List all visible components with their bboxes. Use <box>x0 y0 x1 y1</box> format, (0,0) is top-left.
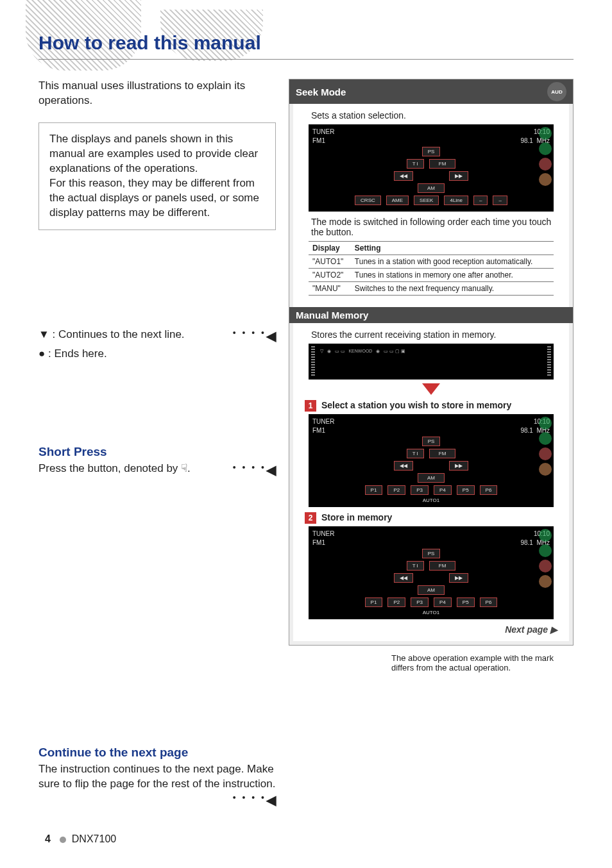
screen-band: FM1 <box>312 137 325 144</box>
legend-end-symbol: ● : <box>38 347 54 360</box>
am-button[interactable]: AM <box>418 183 445 193</box>
callout-dots: • • • • <box>233 792 266 804</box>
table-cell: "AUTO1" <box>309 255 351 269</box>
bottom-button[interactable]: 4Line <box>444 196 468 205</box>
preset-button[interactable]: P3 <box>411 485 429 495</box>
screen-title: TUNER <box>312 418 334 425</box>
preset-button[interactable]: P3 <box>411 597 429 607</box>
legend-end-text: Ends here. <box>54 347 106 360</box>
table-header: Setting <box>351 242 554 255</box>
preset-button[interactable]: P4 <box>434 597 452 607</box>
step-text: Store in memory <box>321 512 392 522</box>
hand-pointer-icon: ☟ <box>181 462 187 476</box>
screen-freq: 98.1 <box>520 427 532 434</box>
table-cell: Tunes in stations in memory one after an… <box>351 269 554 282</box>
callout-arrow-icon: ◀ <box>266 326 276 346</box>
ps-button[interactable]: PS <box>422 549 441 558</box>
step-text: Select a station you wish to store in me… <box>321 400 511 410</box>
preset-button[interactable]: P6 <box>480 597 498 607</box>
ti-button[interactable]: T I <box>407 449 424 458</box>
page-number: 4 <box>45 833 51 844</box>
bottom-button[interactable]: – <box>473 196 488 205</box>
bottom-button[interactable]: SEEK <box>414 196 439 205</box>
ps-button[interactable]: PS <box>422 147 441 156</box>
bottom-button[interactable]: AME <box>386 196 409 205</box>
bottom-button[interactable]: – <box>493 196 507 205</box>
prev-button[interactable]: ◀◀ <box>394 573 413 583</box>
manual-memory-header: Manual Memory <box>289 307 573 323</box>
callout-dots: • • • • <box>233 326 266 340</box>
table-row: "AUTO2" Tunes in stations in memory one … <box>309 269 554 282</box>
page-title: How to read this manual <box>38 32 574 60</box>
legend-continue-text: Continues to the next line. <box>58 328 185 340</box>
short-press-body-before: Press the button, denoted by <box>38 462 181 474</box>
bottom-button[interactable]: CRSC <box>355 196 381 205</box>
manual-memory-sub: Stores the current receiving station in … <box>311 330 559 340</box>
step-1: 1 Select a station you wish to store in … <box>305 400 565 412</box>
seek-mode-header: Seek Mode AUD <box>289 79 573 104</box>
continue-heading: Continue to the next page <box>38 746 276 760</box>
page-footer: 4 DNX7100 <box>45 833 116 845</box>
next-page-link[interactable]: Next page ▶ <box>297 624 565 635</box>
callout-dots: • • • • <box>233 462 266 474</box>
aud-badge-icon: AUD <box>547 82 566 101</box>
preset-button[interactable]: P2 <box>387 485 405 495</box>
fm-button[interactable]: FM <box>429 449 456 458</box>
screen-band: FM1 <box>312 427 325 434</box>
step-number: 1 <box>305 400 316 412</box>
intro-text: This manual uses illustrations to explai… <box>38 79 276 108</box>
preset-button[interactable]: P6 <box>480 485 498 495</box>
ps-button[interactable]: PS <box>422 437 441 446</box>
prev-button[interactable]: ◀◀ <box>394 461 413 471</box>
screen-freq: 98.1 <box>520 539 532 546</box>
screen-title: TUNER <box>312 128 334 135</box>
preset-button[interactable]: P5 <box>457 485 475 495</box>
screen-title: TUNER <box>312 530 334 537</box>
table-row: "AUTO1" Tunes in a station with good rec… <box>309 255 554 269</box>
callout-arrow-icon: ◀ <box>266 792 276 809</box>
note-box: The displays and panels shown in this ma… <box>38 122 276 230</box>
fm-button[interactable]: FM <box>429 561 456 571</box>
preset-button[interactable]: P5 <box>457 597 475 607</box>
ti-button[interactable]: T I <box>407 159 424 169</box>
auto-label: AUTO1 <box>312 610 550 615</box>
preset-button[interactable]: P4 <box>434 485 452 495</box>
fm-button[interactable]: FM <box>429 159 456 169</box>
screen-freq: 98.1 <box>520 137 532 144</box>
seek-table: Display Setting "AUTO1" Tunes in a stati… <box>309 241 554 296</box>
next-button[interactable]: ▶▶ <box>449 171 468 181</box>
short-press-body-after: . <box>187 462 191 474</box>
preset-button[interactable]: P2 <box>387 597 405 607</box>
auto-label: AUTO1 <box>312 497 550 503</box>
legend-block: ▼ : Continues to the next line. ◀• • • •… <box>38 326 276 362</box>
device-strip: ▽ ◉ ▭ ▭ KENWOOD ◉ ▭ ▭ ▢ ▣ <box>309 344 554 380</box>
sample-panel: Seek Mode AUD Sets a station selection. … <box>289 79 574 646</box>
table-row: "MANU" Switches to the next frequency ma… <box>309 282 554 296</box>
legend-continue-symbol: ▼ : <box>38 328 58 340</box>
preset-button[interactable]: P1 <box>365 485 383 495</box>
table-cell: Tunes in a station with good reception a… <box>351 255 554 269</box>
tuner-screen: TUNER 10:10 FM1 98.1 MHz PS T I FM ◀◀ <box>309 124 554 212</box>
seek-after-text: The mode is switched in following order … <box>311 217 559 237</box>
model-name: DNX7100 <box>72 833 116 844</box>
table-cell: "MANU" <box>309 282 351 296</box>
step-number: 2 <box>305 512 316 524</box>
table-cell: "AUTO2" <box>309 269 351 282</box>
short-press-block: Short Press Press the button, denoted by… <box>38 445 276 476</box>
table-cell: Switches to the next frequency manually. <box>351 282 554 296</box>
ti-button[interactable]: T I <box>407 561 424 571</box>
screen-band: FM1 <box>312 539 325 546</box>
step-2: 2 Store in memory <box>305 512 565 524</box>
table-header: Display <box>309 242 351 255</box>
note-text: The displays and panels shown in this ma… <box>49 133 259 219</box>
tuner-screen-step2: TUNER 10:10 FM1 98.1 MHz PS T I FM ◀◀ <box>309 526 554 619</box>
am-button[interactable]: AM <box>418 585 445 595</box>
preset-button[interactable]: P1 <box>365 597 383 607</box>
am-button[interactable]: AM <box>418 473 445 483</box>
prev-button[interactable]: ◀◀ <box>394 171 413 181</box>
down-arrow-icon <box>422 383 440 395</box>
footer-bullet-icon <box>60 837 66 843</box>
short-press-heading: Short Press <box>38 445 276 459</box>
next-button[interactable]: ▶▶ <box>449 461 468 471</box>
next-button[interactable]: ▶▶ <box>449 573 468 583</box>
